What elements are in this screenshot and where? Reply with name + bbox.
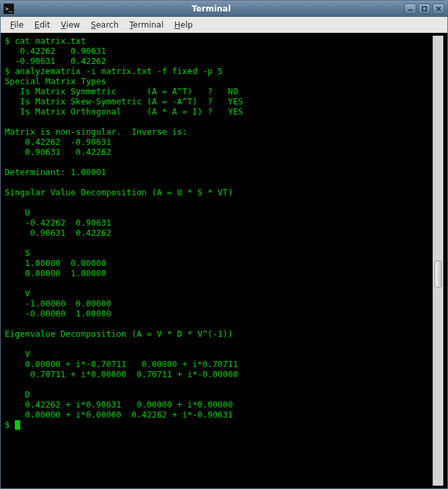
menu-edit[interactable]: Edit (29, 19, 55, 31)
menu-help-rest: elp (181, 20, 193, 30)
maximize-button[interactable] (418, 3, 430, 14)
menu-view-rest: iew (66, 20, 80, 30)
terminal-window: >_ Terminal File Edit View Search Termin… (0, 0, 448, 489)
terminal-area: $ cat matrix.txt 0.42262 0.90631 -0.9063… (1, 33, 447, 488)
terminal-output: $ cat matrix.txt 0.42262 0.90631 -0.9063… (5, 36, 433, 430)
menu-edit-rest: dit (40, 20, 51, 30)
menu-search-rest: earch (96, 20, 119, 30)
terminal-viewport[interactable]: $ cat matrix.txt 0.42262 0.90631 -0.9063… (5, 36, 433, 486)
menu-terminal[interactable]: Terminal (124, 19, 169, 31)
close-button[interactable] (433, 3, 445, 14)
menubar: File Edit View Search Terminal Help (1, 17, 447, 33)
window-controls (404, 3, 445, 14)
menu-search[interactable]: Search (86, 19, 124, 31)
svg-rect-1 (422, 7, 426, 11)
menu-file-rest: ile (14, 20, 24, 30)
terminal-icon: >_ (3, 3, 14, 14)
scrollbar[interactable] (433, 36, 443, 486)
titlebar[interactable]: >_ Terminal (1, 1, 447, 17)
menu-help[interactable]: Help (169, 19, 198, 31)
scrollbar-thumb[interactable] (435, 261, 442, 288)
cursor-block (15, 420, 20, 430)
menu-terminal-rest: erminal (133, 20, 163, 30)
menu-view[interactable]: View (55, 19, 85, 31)
menu-file[interactable]: File (5, 19, 29, 31)
window-title: Terminal (18, 4, 404, 13)
minimize-button[interactable] (404, 3, 416, 14)
